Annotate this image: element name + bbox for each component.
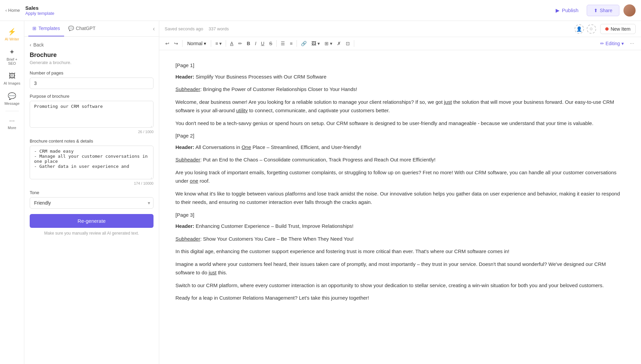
new-item-label: New Item	[611, 26, 631, 32]
toolbar: ↩ ↪ Normal ▾ ≡ ▾ A ✏ B I U S ☰ ≡ 🔗 🖼 ▾ ⊞…	[159, 37, 641, 50]
page1-header: Header: Simplify Your Business Processes…	[175, 72, 625, 81]
undo-button[interactable]: ↩	[163, 39, 171, 48]
page2-header: Header: All Conversations in One Place –…	[175, 143, 625, 152]
back-link[interactable]: ‹ Back	[30, 42, 154, 48]
table-button[interactable]: ⊞ ▾	[323, 39, 334, 48]
more-icon: ···	[9, 117, 15, 124]
editor-avatar-placeholder: 👤	[575, 24, 584, 34]
sidebar-item-brief-seo[interactable]: ✦ Brief + SEO	[1, 45, 23, 68]
editing-button[interactable]: ✏ Editing ▾	[597, 39, 626, 48]
editing-dropdown-icon: ▾	[621, 41, 624, 46]
sidebar-item-label: AI Writer	[5, 37, 19, 41]
main-layout: ⚡ AI Writer ✦ Brief + SEO 🖼 AI Images 💬 …	[0, 21, 641, 364]
sidebar-item-ai-images[interactable]: 🖼 AI Images	[1, 69, 23, 88]
avatar[interactable]	[623, 4, 636, 17]
tone-select[interactable]: Friendly Professional Casual Formal Enth…	[30, 197, 154, 209]
publish-button[interactable]: ▶ Publish	[550, 5, 584, 16]
editor-settings-button[interactable]: ⚙	[587, 24, 596, 34]
sidebar-divider	[5, 111, 19, 111]
star-icon: ✦	[9, 48, 15, 56]
page1-label: [Page 1]	[175, 61, 625, 70]
underline-button[interactable]: U	[259, 39, 267, 48]
new-item-dot	[605, 27, 609, 31]
toolbar-divider-2	[211, 40, 211, 47]
panel-sidebar: ⊞ Templates 💬 ChatGPT ‹ ‹ Back Brochure …	[24, 21, 159, 364]
lightning-icon: ⚡	[8, 28, 16, 36]
saved-text: Saved seconds ago	[165, 26, 203, 31]
page2-subheader: Subheader: Put an End to the Chaos – Con…	[175, 155, 625, 164]
page3-p4: Ready for a leap in Customer Relations M…	[175, 294, 625, 302]
edit-icon: ✏	[600, 41, 604, 46]
content-char-count: 174 / 10000	[30, 181, 154, 185]
sidebar-item-label: Brief + SEO	[3, 57, 21, 65]
purpose-char-count: 26 / 1000	[30, 130, 154, 134]
person-icon: 👤	[576, 26, 582, 32]
num-pages-label: Number of pages	[30, 70, 154, 75]
sidebar-item-label: Message	[4, 101, 20, 105]
numbered-list-button[interactable]: ≡	[288, 39, 295, 48]
sidebar-item-label: AI Images	[4, 81, 21, 85]
panel-content: ‹ Back Brochure Generate a brochure. Num…	[24, 37, 159, 364]
publish-label: Publish	[562, 7, 578, 13]
disclaimer-text: Make sure you manually review all AI gen…	[30, 231, 154, 236]
purpose-label: Purpose of brochure	[30, 94, 154, 99]
content-label: Brochure content notes & details	[30, 139, 154, 144]
image-button[interactable]: 🖼 ▾	[309, 39, 322, 48]
page1-p1: Welcome, dear business owner! Are you lo…	[175, 98, 625, 115]
link-button[interactable]: 🔗	[299, 39, 309, 48]
editing-label: Editing	[606, 41, 620, 46]
page3-label: [Page 3]	[175, 211, 625, 219]
share-icon: ⬆	[594, 8, 598, 13]
text-color-button[interactable]: A	[228, 39, 235, 48]
new-item-button[interactable]: New Item	[600, 24, 636, 34]
collapse-panel-button[interactable]: ‹	[153, 25, 155, 32]
sidebar-item-label: More	[8, 126, 16, 130]
content-input[interactable]: - CRM made easy - Manage all your custom…	[30, 146, 154, 179]
editor-content[interactable]: [Page 1] Header: Simplify Your Business …	[159, 50, 641, 364]
tone-select-wrap: Friendly Professional Casual Formal Enth…	[30, 197, 154, 209]
num-pages-input[interactable]	[30, 78, 154, 89]
settings-icon: ⚙	[589, 27, 593, 31]
sidebar-item-more[interactable]: ··· More	[1, 114, 23, 132]
templates-icon: ⊞	[32, 26, 36, 31]
page3-p1: In this digital age, enhancing the custo…	[175, 247, 625, 256]
page2-label: [Page 2]	[175, 131, 625, 140]
home-link[interactable]: ‹ Home	[5, 8, 20, 13]
highlight-button[interactable]: ✏	[236, 39, 244, 48]
align-button[interactable]: ≡ ▾	[213, 39, 224, 48]
bold-button[interactable]: B	[245, 39, 252, 48]
resize-handle-content: ⌟	[150, 175, 152, 179]
bullet-list-button[interactable]: ☰	[279, 39, 287, 48]
share-label: Share	[600, 8, 612, 13]
more-options-button[interactable]: ···	[627, 39, 637, 48]
back-label: Back	[33, 42, 44, 48]
format-select-button[interactable]: Normal ▾	[185, 39, 209, 48]
page3-p2: Imagine a world where your customers fee…	[175, 260, 625, 277]
image-icon: 🖼	[9, 72, 16, 80]
chat-icon: 💬	[8, 92, 16, 100]
back-icon: ‹	[30, 42, 31, 48]
top-bar: ‹ Home Sales Apply template ▶ Publish ⬆ …	[0, 0, 641, 21]
tab-chatgpt[interactable]: 💬 ChatGPT	[64, 21, 100, 36]
format-dropdown-icon: ▾	[204, 41, 206, 46]
sidebar-item-ai-writer[interactable]: ⚡ AI Writer	[1, 25, 23, 44]
tab-templates[interactable]: ⊞ Templates	[28, 21, 64, 36]
format-label: Normal	[187, 41, 202, 46]
regenerate-button[interactable]: Re-generate	[30, 214, 154, 228]
apply-template-link[interactable]: Apply template	[25, 11, 54, 16]
purpose-input[interactable]: Promoting our CRM software	[30, 101, 154, 128]
sidebar-item-message[interactable]: 💬 Message	[1, 89, 23, 108]
italic-button[interactable]: I	[253, 39, 258, 48]
toolbar-divider-4	[276, 40, 277, 47]
share-button[interactable]: ⬆ Share	[587, 5, 619, 16]
content-wrap: - CRM made easy - Manage all your custom…	[30, 146, 154, 180]
redo-button[interactable]: ↪	[172, 39, 180, 48]
resize-handle: ⌟	[150, 124, 152, 127]
code-button[interactable]: ⊡	[344, 39, 352, 48]
strikethrough-button[interactable]: S	[267, 39, 274, 48]
breadcrumb: Sales Apply template	[25, 5, 54, 16]
page3-subheader: Subheader: Show Your Customers You Care …	[175, 235, 625, 243]
toolbar-divider-3	[226, 40, 226, 47]
formula-button[interactable]: ✗	[335, 39, 343, 48]
page3-header: Header: Enhancing Customer Experience – …	[175, 222, 625, 231]
